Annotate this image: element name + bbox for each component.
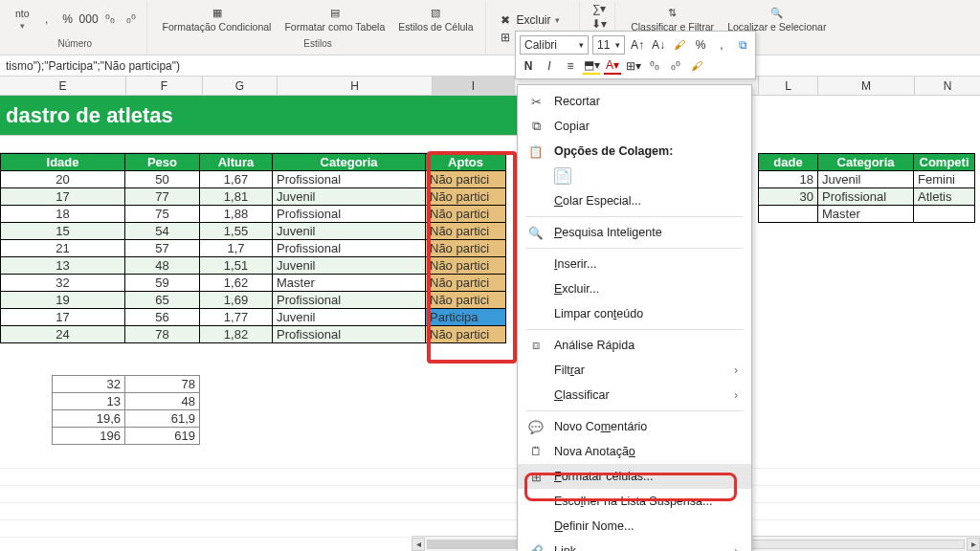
- mini-toolbar[interactable]: Calibri▾ 11▾ A↑ A↓ 🖌 % , ⧉ N I ≡ ⬒▾ A▾ ⊞…: [515, 31, 756, 79]
- ctx-define-name[interactable]: Definir Nome...: [518, 514, 751, 539]
- cell-styles-button[interactable]: ▧ Estilos de Célula: [394, 3, 477, 35]
- percent-icon[interactable]: %: [60, 11, 76, 27]
- cell-idade[interactable]: 21: [1, 240, 125, 257]
- cell-comp[interactable]: Femini: [914, 171, 975, 188]
- table-row[interactable]: 32591,62MasterNão partici: [1, 275, 506, 292]
- cell-aptos[interactable]: Não partici: [426, 188, 506, 206]
- column-headers[interactable]: E F G H I L M N: [0, 77, 980, 96]
- cell-altura[interactable]: 1,55: [200, 223, 273, 240]
- ctx-sort[interactable]: Classificar›: [518, 383, 751, 408]
- stat-b[interactable]: 48: [125, 393, 200, 410]
- cell-aptos[interactable]: Não partici: [426, 240, 506, 257]
- cell-altura[interactable]: 1,51: [200, 257, 273, 275]
- stats-row[interactable]: 1348: [53, 393, 200, 410]
- dec-dec-icon[interactable]: ₀⁰: [667, 57, 684, 75]
- scroll-right-button[interactable]: ▸: [967, 538, 980, 551]
- col-N[interactable]: N: [915, 77, 980, 95]
- cell-peso[interactable]: 57: [125, 240, 200, 257]
- col-I[interactable]: I: [433, 77, 515, 95]
- stat-a[interactable]: 13: [53, 393, 125, 410]
- cell-aptos[interactable]: Não partici: [426, 206, 506, 223]
- right-table[interactable]: dade Categoria Competi 18JuvenilFemini30…: [758, 153, 975, 223]
- percent-style-icon[interactable]: %: [692, 36, 709, 54]
- cell-aptos[interactable]: Não partici: [426, 223, 506, 240]
- ctx-quick-analysis[interactable]: ⧈Análise Rápida: [518, 333, 751, 358]
- cell-categoria[interactable]: Profissional: [273, 206, 426, 223]
- cell-altura[interactable]: 1,69: [200, 292, 273, 309]
- bold-button[interactable]: N: [520, 57, 537, 75]
- cell-aptos[interactable]: Não partici: [426, 275, 506, 292]
- ctx-smart-lookup[interactable]: 🔍Pesquisa Inteligente: [518, 220, 751, 245]
- ctx-insert[interactable]: Inserir...: [518, 252, 751, 276]
- fill-color-icon[interactable]: ⬒▾: [583, 57, 600, 75]
- cell-categoria[interactable]: Juvenil: [273, 257, 426, 275]
- th-idade[interactable]: Idade: [1, 154, 125, 171]
- cell-categoria[interactable]: Juvenil: [273, 309, 426, 326]
- table-row[interactable]: 17771,81JuvenilNão partici: [1, 188, 506, 206]
- comma-style-icon[interactable]: ,: [713, 36, 730, 54]
- format-painter-icon[interactable]: 🖌: [671, 36, 688, 54]
- table-row[interactable]: 18751,88ProfissionalNão partici: [1, 206, 506, 223]
- athletes-table[interactable]: Idade Peso Altura Categoria Aptos 20501,…: [0, 153, 506, 343]
- table-header-row[interactable]: Idade Peso Altura Categoria Aptos: [1, 154, 506, 171]
- cell-altura[interactable]: 1,62: [200, 275, 273, 292]
- cell-categoria[interactable]: Juvenil: [273, 223, 426, 240]
- format-painter2-icon[interactable]: 🖌: [688, 57, 705, 75]
- cell-idade[interactable]: 20: [1, 171, 125, 188]
- cell-idade[interactable]: 17: [1, 309, 125, 326]
- stat-a[interactable]: 32: [53, 376, 125, 393]
- th-compe[interactable]: Competi: [914, 154, 975, 171]
- cell-aptos[interactable]: Não partici: [426, 292, 506, 309]
- cell-peso[interactable]: 65: [125, 292, 200, 309]
- fill-icon[interactable]: ⬇▾: [591, 17, 607, 31]
- cell-peso[interactable]: 50: [125, 171, 200, 188]
- cell-idade[interactable]: 19: [1, 292, 125, 309]
- cell-altura[interactable]: 1,81: [200, 188, 273, 206]
- cell-peso[interactable]: 77: [125, 188, 200, 206]
- ctx-copy[interactable]: ⧉Copiar: [518, 114, 751, 139]
- cell-idade[interactable]: 13: [1, 257, 125, 275]
- col-E[interactable]: E: [0, 77, 126, 95]
- col-H[interactable]: H: [278, 77, 433, 95]
- increase-font-icon[interactable]: A↑: [629, 36, 646, 54]
- decrease-font-icon[interactable]: A↓: [650, 36, 667, 54]
- worksheet[interactable]: E F G H I L M N dastro de atletas Idade …: [0, 77, 980, 343]
- stat-b[interactable]: 78: [125, 376, 200, 393]
- col-L[interactable]: L: [759, 77, 818, 95]
- cell-comp[interactable]: [914, 206, 975, 223]
- cell-categoria[interactable]: Profissional: [273, 171, 426, 188]
- ctx-delete[interactable]: Excluir...: [518, 276, 751, 301]
- merge-icon[interactable]: ⧉: [734, 36, 751, 54]
- decimal-dec-icon[interactable]: ₀⁰: [123, 11, 139, 27]
- cell-peso[interactable]: 48: [125, 257, 200, 275]
- cell-comp[interactable]: Atletis: [914, 188, 975, 206]
- cell-peso[interactable]: 54: [125, 223, 200, 240]
- scroll-left-button[interactable]: ◂: [412, 538, 425, 551]
- ctx-filter[interactable]: Filtrar›: [518, 358, 751, 383]
- cell-categoria[interactable]: Master: [273, 275, 426, 292]
- ctx-link[interactable]: 🔗Link›: [518, 539, 751, 551]
- align-icon[interactable]: ≡: [562, 57, 579, 75]
- cell-dade[interactable]: 30: [759, 188, 818, 206]
- format-as-table-button[interactable]: ▤ Formatar como Tabela: [280, 3, 389, 35]
- th-categoria[interactable]: Categoria: [273, 154, 426, 171]
- stat-a[interactable]: 19,6: [53, 410, 125, 428]
- cell-idade[interactable]: 15: [1, 223, 125, 240]
- autosum-icon[interactable]: ∑▾: [591, 2, 607, 15]
- cell-idade[interactable]: 24: [1, 326, 125, 343]
- comma-icon[interactable]: ,: [39, 11, 55, 27]
- table-row[interactable]: 21571,7ProfissionalNão partici: [1, 240, 506, 257]
- nto-button[interactable]: nto▾: [11, 6, 33, 33]
- th-peso[interactable]: Peso: [125, 154, 200, 171]
- paste-default-icon[interactable]: 📄: [554, 167, 571, 185]
- col-F[interactable]: F: [126, 77, 203, 95]
- table-row[interactable]: 13481,51JuvenilNão partici: [1, 257, 506, 275]
- dec-inc-icon[interactable]: ⁰₀: [646, 57, 663, 75]
- stats-row[interactable]: 3278: [53, 376, 200, 393]
- cell-altura[interactable]: 1,77: [200, 309, 273, 326]
- table-row[interactable]: 15541,55JuvenilNão partici: [1, 223, 506, 240]
- cell-peso[interactable]: 75: [125, 206, 200, 223]
- cell-idade[interactable]: 17: [1, 188, 125, 206]
- right-row[interactable]: 30ProfissionalAtletis: [759, 188, 975, 206]
- thousands-icon[interactable]: 000: [81, 11, 97, 27]
